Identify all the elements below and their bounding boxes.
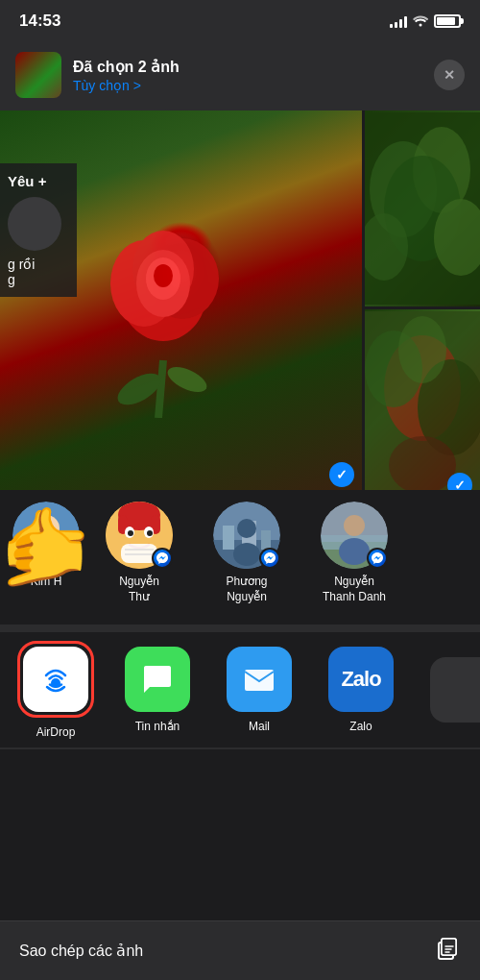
svg-point-47	[339, 538, 370, 565]
photo-side-top	[365, 110, 480, 306]
messages-label: Tin nhắn	[135, 720, 180, 733]
g-text: g	[8, 272, 69, 287]
bottom-action-bar[interactable]: Sao chép các ảnh	[0, 920, 480, 980]
messenger-badge-thanhdanh	[367, 548, 388, 569]
messages-icon	[125, 647, 190, 712]
battery-icon	[434, 14, 461, 28]
contact-item-phuong[interactable]: PhươngNguyễn	[194, 502, 300, 604]
messenger-badge-nguyenthu	[152, 548, 173, 569]
status-icons	[390, 13, 461, 30]
svg-point-46	[344, 515, 365, 536]
mail-svg-icon	[242, 662, 276, 697]
signal-icon	[390, 14, 407, 28]
status-time: 14:53	[19, 12, 60, 31]
airdrop-label: AirDrop	[36, 725, 76, 739]
status-bar: 14:53	[0, 0, 480, 42]
contact-item-thanhdanh[interactable]: NguyễnThanh Danh	[301, 502, 407, 604]
svg-point-31	[128, 530, 133, 536]
messages-svg-icon	[140, 662, 175, 697]
zalo-text-icon: Zalo	[341, 667, 380, 692]
airdrop-icon	[23, 647, 88, 712]
circle-avatar	[8, 197, 61, 251]
yeu-text: Yêu +	[8, 173, 69, 189]
photo-side-panel: ✓	[365, 110, 480, 495]
close-button[interactable]: ✕	[434, 60, 465, 90]
mail-icon	[227, 647, 292, 712]
contact-avatar-wrapper-phuong	[213, 502, 280, 569]
left-overlay: Yêu + g rồi g	[0, 163, 77, 297]
photo-side-bottom: ✓	[365, 309, 480, 505]
svg-point-21	[389, 436, 456, 494]
svg-point-9	[154, 264, 173, 287]
selection-thumbnail	[15, 52, 61, 98]
contact-item-nguyenthu[interactable]: NguyễnThư	[86, 502, 192, 604]
svg-point-42	[233, 543, 260, 566]
svg-line-0	[158, 360, 163, 418]
pointing-hand-icon: 🤙	[0, 509, 91, 586]
copy-photos-icon	[434, 935, 461, 968]
wifi-icon	[413, 13, 428, 30]
contact-name-phuong: PhươngNguyễn	[226, 575, 267, 604]
checkmark-main: ✓	[329, 462, 354, 487]
selection-title: Đã chọn 2 ảnh	[73, 58, 422, 76]
svg-rect-40	[261, 530, 271, 550]
contact-avatar-wrapper-nguyenthu	[106, 502, 173, 569]
zalo-icon: Zalo	[328, 647, 394, 712]
svg-point-32	[147, 530, 153, 536]
contact-name-nguyenthu: NguyễnThư	[119, 575, 159, 604]
selection-subtitle[interactable]: Tùy chọn >	[73, 78, 422, 93]
svg-point-41	[237, 519, 256, 538]
zalo-action-item[interactable]: Zalo Zalo	[313, 647, 409, 733]
svg-point-20	[398, 316, 446, 383]
groi-text: g rồi	[8, 257, 69, 272]
contact-name-thanhdanh: NguyễnThanh Danh	[323, 575, 386, 604]
selection-info: Đã chọn 2 ảnh Tùy chọn >	[73, 58, 422, 93]
mail-label: Mail	[249, 720, 270, 733]
contact-avatar-wrapper-thanhdanh	[321, 502, 388, 569]
messages-action-item[interactable]: Tin nhắn	[109, 647, 205, 733]
mail-action-item[interactable]: Mail	[211, 647, 307, 733]
rose-illustration	[58, 168, 269, 418]
selection-header: Đã chọn 2 ảnh Tùy chọn > ✕	[0, 42, 480, 108]
svg-point-2	[164, 362, 210, 398]
messenger-badge-phuong	[259, 548, 280, 569]
close-icon: ✕	[444, 68, 455, 82]
zalo-label: Zalo	[349, 720, 372, 733]
airdrop-highlight-border	[17, 641, 94, 718]
svg-rect-38	[223, 526, 234, 550]
bottom-action-label: Sao chép các ảnh	[19, 942, 143, 960]
airdrop-action-item[interactable]: AirDrop	[8, 641, 104, 739]
more-action-item[interactable]	[415, 657, 480, 723]
airdrop-svg-icon	[36, 660, 75, 698]
more-icon	[430, 657, 480, 723]
actions-row: AirDrop Tin nhắn Mail Zalo Zalo	[0, 632, 480, 747]
